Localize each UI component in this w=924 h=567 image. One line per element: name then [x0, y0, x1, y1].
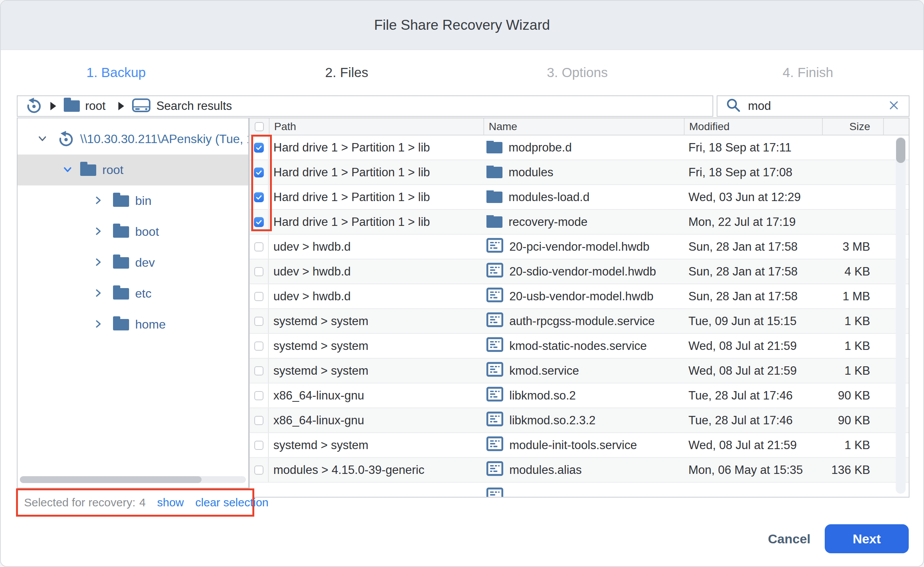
file-document-icon	[486, 263, 503, 281]
chevron-right-icon[interactable]	[92, 195, 104, 208]
step-finish: 4. Finish	[693, 50, 923, 95]
row-checkbox[interactable]	[254, 242, 263, 251]
breadcrumb-separator-icon	[50, 102, 56, 110]
table-row[interactable]: Hard drive 1 > Partition 1 > lib modprob…	[250, 135, 909, 160]
row-checkbox[interactable]	[254, 441, 263, 450]
header-path[interactable]: Path	[269, 118, 483, 135]
search-icon	[726, 98, 741, 114]
vertical-scrollbar[interactable]	[896, 137, 906, 494]
table-row[interactable]: udev > hwdb.d 20-usb-vendor-model.hwdb S…	[250, 284, 909, 309]
chevron-right-icon[interactable]	[92, 287, 104, 300]
title-bar: File Share Recovery Wizard	[1, 1, 923, 50]
folder-icon	[80, 164, 96, 176]
wizard-steps: 1. Backup 2. Files 3. Options 4. Finish	[1, 50, 923, 95]
breadcrumb-location[interactable]: Search results	[156, 99, 232, 113]
file-document-icon	[486, 436, 503, 454]
search-input[interactable]: mod	[717, 95, 909, 117]
table-row[interactable]: systemd > system auth-rpcgss-module.serv…	[250, 309, 909, 334]
step-files[interactable]: 2. Files	[231, 50, 462, 95]
tree-node-label: home	[135, 317, 166, 332]
selection-count: 4	[139, 496, 146, 509]
tree-node-home[interactable]: home	[18, 309, 248, 340]
table-row[interactable]: Hard drive 1 > Partition 1 > lib modules…	[250, 160, 909, 185]
file-document-icon	[486, 461, 503, 479]
clear-selection-link[interactable]: clear selection	[195, 496, 269, 509]
backup-tree-panel: \\10.30.30.211\APenskiy (Tue, 11 Ja root…	[17, 118, 249, 488]
chevron-right-icon[interactable]	[92, 256, 104, 269]
tree-node-root[interactable]: root	[18, 155, 248, 185]
folder-icon	[113, 226, 129, 238]
row-checkbox[interactable]	[254, 168, 264, 177]
selection-status-label: Selected for recovery:	[24, 496, 136, 509]
file-document-icon	[486, 487, 503, 497]
folder-icon	[113, 257, 129, 269]
chevron-right-icon[interactable]	[92, 318, 104, 331]
restore-point-icon	[57, 130, 75, 149]
cancel-button[interactable]: Cancel	[764, 528, 814, 549]
header-modified[interactable]: Modified	[684, 118, 822, 135]
row-checkbox[interactable]	[254, 341, 263, 351]
show-selection-link[interactable]: show	[157, 496, 184, 509]
row-checkbox[interactable]	[254, 267, 263, 276]
table-row[interactable]: modules > 4.15.0-39-generic modules.alia…	[250, 458, 909, 483]
row-checkbox[interactable]	[254, 317, 263, 326]
table-row[interactable]: Hard drive 1 > Partition 1 > lib modules…	[250, 185, 909, 210]
header-name[interactable]: Name	[483, 118, 684, 135]
row-checkbox[interactable]	[254, 366, 263, 375]
folder-icon	[113, 319, 129, 330]
page-title: File Share Recovery Wizard	[374, 17, 550, 33]
clear-search-icon[interactable]	[887, 99, 900, 113]
header-spacer	[883, 118, 909, 135]
folder-icon	[64, 100, 80, 112]
drive-icon	[132, 97, 151, 115]
file-document-icon	[486, 387, 503, 405]
tree-node-label: boot	[135, 225, 159, 239]
row-checkbox[interactable]	[254, 292, 263, 301]
horizontal-scrollbar[interactable]	[20, 476, 246, 483]
tree-node-server[interactable]: \\10.30.30.211\APenskiy (Tue, 11 Ja	[18, 124, 248, 155]
restore-point-icon[interactable]	[25, 97, 43, 116]
tree-node-boot[interactable]: boot	[18, 216, 248, 247]
files-table-panel: Path Name Modified Size Hard drive 1 > P…	[249, 118, 909, 498]
chevron-down-icon[interactable]	[62, 164, 73, 177]
row-checkbox[interactable]	[254, 217, 264, 227]
table-row[interactable]: systemd > system kmod.service Wed, 08 Ju…	[250, 359, 909, 383]
vertical-scrollbar-thumb[interactable]	[896, 138, 905, 163]
chevron-right-icon[interactable]	[92, 226, 104, 238]
chevron-down-icon[interactable]	[37, 133, 48, 146]
table-row[interactable]: Hard drive 1 > Partition 1 > lib recover…	[250, 210, 909, 235]
table-row[interactable]: udev > hwdb.d 20-sdio-vendor-model.hwdb …	[250, 259, 909, 284]
row-checkbox[interactable]	[254, 416, 263, 425]
tree-node-label: dev	[135, 256, 155, 270]
table-row-partial[interactable]	[250, 483, 909, 497]
file-document-icon	[486, 362, 503, 380]
row-checkbox[interactable]	[254, 466, 263, 475]
breadcrumb: root Search results	[17, 95, 713, 117]
header-checkbox-cell[interactable]	[250, 118, 269, 135]
step-backup[interactable]: 1. Backup	[1, 50, 231, 95]
table-row[interactable]: x86_64-linux-gnu libkmod.so.2 Tue, 28 Ju…	[250, 383, 909, 408]
next-button[interactable]: Next	[825, 524, 909, 553]
table-row[interactable]: x86_64-linux-gnu libkmod.so.2.3.2 Tue, 2…	[250, 408, 909, 433]
table-row[interactable]: systemd > system kmod-static-nodes.servi…	[250, 334, 909, 359]
row-checkbox[interactable]	[254, 143, 264, 153]
header-size[interactable]: Size	[822, 118, 883, 135]
table-row[interactable]: systemd > system module-init-tools.servi…	[250, 433, 909, 458]
search-value[interactable]: mod	[748, 99, 887, 113]
tree-node-label: \\10.30.30.211\APenskiy (Tue, 11 Ja	[80, 132, 248, 146]
tree-node-etc[interactable]: etc	[18, 278, 248, 309]
breadcrumb-root[interactable]: root	[85, 99, 105, 113]
select-all-checkbox[interactable]	[255, 122, 264, 131]
horizontal-scrollbar-thumb[interactable]	[20, 476, 202, 483]
tree-node-label: etc	[135, 287, 152, 301]
folder-icon	[486, 167, 502, 178]
row-checkbox[interactable]	[254, 192, 264, 202]
row-checkbox[interactable]	[254, 391, 263, 400]
tree-node-dev[interactable]: dev	[18, 247, 248, 278]
table-header: Path Name Modified Size	[250, 118, 909, 135]
folder-icon	[113, 195, 129, 207]
breadcrumb-separator-icon	[118, 102, 124, 110]
tree-node-bin[interactable]: bin	[18, 185, 248, 216]
file-document-icon	[486, 337, 503, 355]
table-row[interactable]: udev > hwdb.d 20-pci-vendor-model.hwdb S…	[250, 235, 909, 259]
